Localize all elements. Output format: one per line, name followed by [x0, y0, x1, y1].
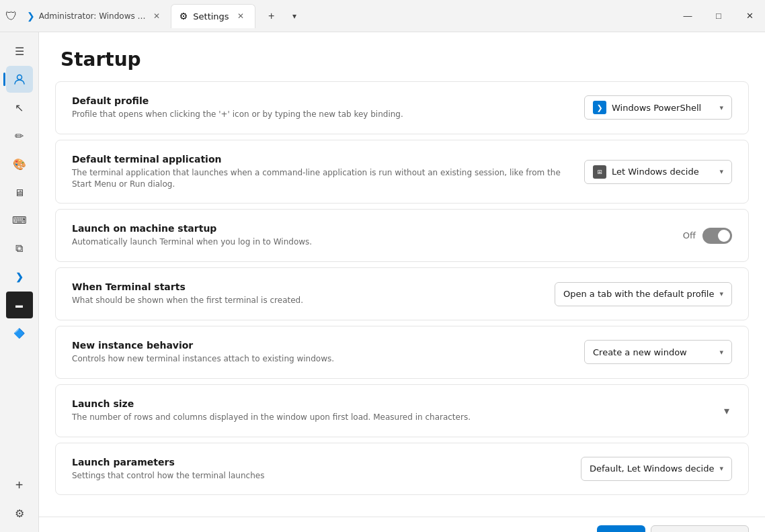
new-instance-label: New instance behavior: [72, 340, 573, 351]
launch-startup-content: Launch on machine startup Automatically …: [72, 223, 672, 248]
when-starts-desc: What should be shown when the first term…: [72, 295, 544, 306]
chevron-down-icon-5: ▾: [719, 464, 723, 473]
tab-ps-close[interactable]: ✕: [151, 10, 163, 22]
close-button[interactable]: ✕: [734, 5, 765, 27]
sidebar-item-layers[interactable]: ⧉: [6, 235, 33, 262]
default-profile-desc: Profile that opens when clicking the '+'…: [72, 109, 573, 120]
when-starts-dropdown[interactable]: Open a tab with the default profile ▾: [555, 282, 732, 306]
new-instance-dropdown-inner: Create a new window: [593, 347, 687, 357]
launch-params-dropdown-inner: Default, Let Windows decide: [590, 463, 714, 474]
when-starts-label: When Terminal starts: [72, 281, 544, 292]
section-when-starts: When Terminal starts What should be show…: [55, 267, 749, 320]
save-button[interactable]: Save: [597, 525, 645, 532]
terminal-icon: ⊞: [593, 165, 606, 179]
titlebar: 🛡 ❯ Administrator: Windows Power... ✕ ⚙ …: [0, 0, 765, 32]
tab-settings-title: Settings: [193, 11, 229, 21]
sidebar-item-terminal[interactable]: ▬: [6, 292, 33, 318]
default-profile-label: Default profile: [72, 95, 573, 106]
new-instance-dropdown[interactable]: Create a new window ▾: [584, 340, 732, 364]
default-terminal-label: Default terminal application: [72, 154, 573, 165]
launch-size-label: Launch size: [72, 398, 721, 409]
page-title: Startup: [61, 48, 743, 71]
new-instance-content: New instance behavior Controls how new t…: [72, 340, 573, 365]
tab-dropdown-button[interactable]: ▾: [284, 5, 305, 27]
default-profile-content: Default profile Profile that opens when …: [72, 95, 573, 120]
chevron-down-icon-4: ▾: [719, 348, 723, 357]
launch-params-value: Default, Let Windows decide: [590, 463, 714, 474]
section-launch-params: Launch parameters Settings that control …: [55, 443, 749, 496]
launch-startup-label: Launch on machine startup: [72, 223, 672, 234]
sidebar-item-powershell[interactable]: ❯: [6, 263, 33, 290]
default-profile-value: Windows PowerShell: [612, 103, 701, 113]
launch-size-desc: The number of rows and columns displayed…: [72, 412, 721, 423]
when-starts-row: When Terminal starts What should be show…: [56, 268, 748, 320]
launch-startup-desc: Automatically launch Terminal when you l…: [72, 236, 672, 248]
when-starts-content: When Terminal starts What should be show…: [72, 281, 544, 306]
default-profile-row: Default profile Profile that opens when …: [56, 82, 748, 134]
section-launch-startup: Launch on machine startup Automatically …: [55, 209, 749, 262]
default-terminal-value: Let Windows decide: [612, 167, 699, 177]
launch-size-row[interactable]: Launch size The number of rows and colum…: [56, 385, 748, 437]
default-terminal-dropdown-inner: ⊞ Let Windows decide: [593, 165, 699, 179]
toggle-thumb: [718, 230, 730, 242]
footer: Save Discard changes: [39, 517, 765, 532]
section-default-terminal: Default terminal application The termina…: [55, 140, 749, 204]
sidebar-item-pen[interactable]: ✏: [6, 122, 33, 149]
window-controls: — □ ✕: [672, 5, 765, 27]
default-terminal-dropdown[interactable]: ⊞ Let Windows decide ▾: [584, 160, 732, 184]
launch-size-content: Launch size The number of rows and colum…: [72, 398, 721, 423]
sidebar-item-pointer[interactable]: ↖: [6, 94, 33, 121]
section-default-profile: Default profile Profile that opens when …: [55, 81, 749, 134]
sidebar-item-profile[interactable]: [6, 66, 33, 93]
sidebar-item-palette[interactable]: 🎨: [6, 150, 33, 177]
settings-tab-icon: ⚙: [179, 11, 188, 21]
sidebar-item-monitor[interactable]: 🖥: [6, 179, 33, 206]
launch-params-content: Launch parameters Settings that control …: [72, 457, 570, 482]
launch-startup-toggle[interactable]: [702, 228, 732, 244]
menu-toggle[interactable]: ☰: [6, 38, 33, 64]
toggle-state-label: Off: [683, 230, 696, 240]
tab-settings[interactable]: ⚙ Settings ✕: [171, 4, 255, 28]
profile-settings-icon: [13, 73, 26, 86]
toggle-row: Off: [683, 228, 732, 244]
tab-ps-title: Administrator: Windows Power...: [39, 11, 147, 21]
default-profile-dropdown[interactable]: ❯ Windows PowerShell ▾: [584, 95, 732, 120]
discard-button[interactable]: Discard changes: [651, 525, 749, 532]
launch-params-label: Launch parameters: [72, 457, 570, 468]
when-starts-dropdown-inner: Open a tab with the default profile: [563, 289, 715, 299]
sidebar: ☰ ↖ ✏ 🎨 🖥 ⌨ ⧉ ❯ ▬ 🔷 + ⚙: [0, 32, 39, 532]
svg-point-0: [17, 75, 22, 80]
shield-icon: 🛡: [5, 9, 17, 23]
launch-size-expand[interactable]: ▾: [721, 402, 732, 420]
maximize-button[interactable]: □: [703, 5, 734, 27]
default-terminal-desc: The terminal application that launches w…: [72, 167, 573, 190]
section-new-instance: New instance behavior Controls how new t…: [55, 326, 749, 379]
sidebar-item-keyboard[interactable]: ⌨: [6, 207, 33, 234]
launch-params-row: Launch parameters Settings that control …: [56, 443, 748, 495]
settings-button[interactable]: ⚙: [6, 500, 33, 527]
launch-params-desc: Settings that control how the terminal l…: [72, 470, 570, 482]
settings-container: Default profile Profile that opens when …: [39, 81, 765, 517]
tab-ps-icon: ❯: [27, 11, 35, 21]
launch-params-dropdown[interactable]: Default, Let Windows decide ▾: [581, 457, 732, 481]
new-instance-desc: Controls how new terminal instances atta…: [72, 353, 573, 365]
main-content: Startup Default profile Profile that ope…: [39, 32, 765, 532]
new-instance-value: Create a new window: [593, 347, 687, 357]
chevron-down-icon: ▾: [719, 103, 723, 112]
chevron-down-icon-2: ▾: [719, 167, 723, 176]
sidebar-add-button[interactable]: +: [6, 472, 33, 498]
default-terminal-content: Default terminal application The termina…: [72, 154, 573, 190]
tab-settings-close[interactable]: ✕: [235, 10, 247, 22]
tab-powershell[interactable]: ❯ Administrator: Windows Power... ✕: [20, 4, 169, 28]
sidebar-item-extra[interactable]: 🔷: [6, 320, 33, 347]
new-instance-row: New instance behavior Controls how new t…: [56, 326, 748, 378]
default-profile-dropdown-inner: ❯ Windows PowerShell: [593, 101, 701, 114]
when-starts-value: Open a tab with the default profile: [563, 289, 715, 299]
default-terminal-row: Default terminal application The termina…: [56, 140, 748, 204]
new-tab-button[interactable]: +: [261, 5, 282, 27]
chevron-down-icon-3: ▾: [719, 290, 723, 298]
launch-startup-row: Launch on machine startup Automatically …: [56, 210, 748, 261]
page-header: Startup: [39, 32, 765, 81]
minimize-button[interactable]: —: [672, 5, 703, 27]
section-launch-size: Launch size The number of rows and colum…: [55, 384, 749, 437]
